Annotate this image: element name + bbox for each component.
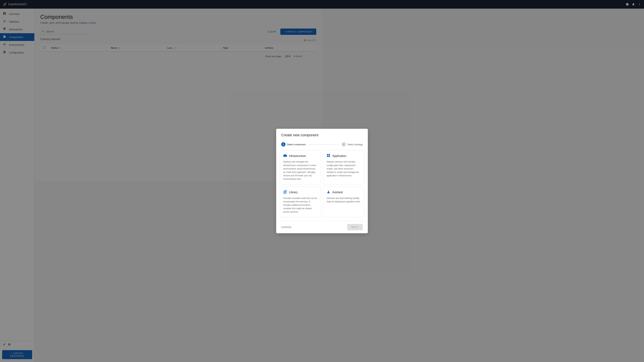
step-1-circle: 1 [281,142,286,146]
modal-body: Infrastructure Deploys and manages the i… [276,150,322,181]
card-title-infrastructure: Infrastructure [289,154,306,158]
modal-overlay: Create new component 1 Select component … [0,0,322,181]
infrastructure-icon [283,154,287,158]
modal-stepper: 1 Select component 2 Select strategy [276,140,322,150]
card-infrastructure[interactable]: Infrastructure Deploys and manages the i… [280,150,321,181]
card-header-infrastructure: Infrastructure [283,154,318,158]
step-1: 1 Select component [281,142,306,146]
create-component-modal: Create new component 1 Select component … [276,129,322,181]
component-cards-grid: Infrastructure Deploys and manages the i… [280,150,322,181]
modal-header: Create new component [276,129,322,140]
step-1-label: Select component [287,143,306,146]
modal-title: Create new component [281,133,322,137]
step-connector [308,144,322,145]
card-desc-infrastructure: Deploys and manages the infrastructure c… [283,160,318,181]
